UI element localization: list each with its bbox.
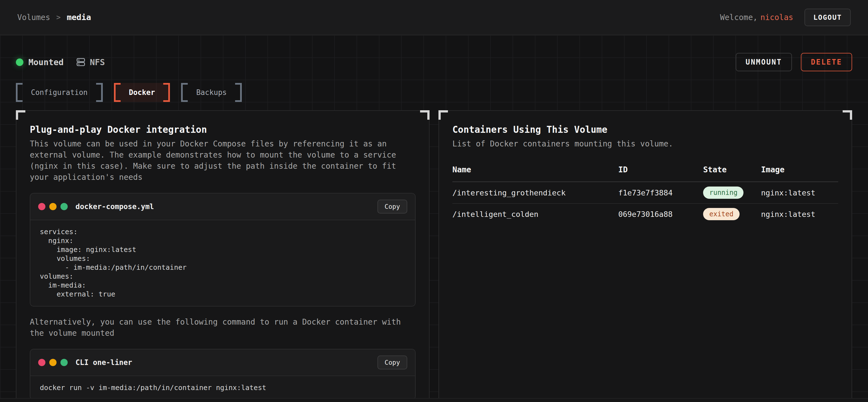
container-image: nginx:latest [761,189,838,197]
logout-button[interactable]: LOGOUT [805,9,851,26]
containers-table: Name ID State Image /interesting_grothen… [453,165,838,224]
compose-code: services: nginx: image: nginx:latest vol… [30,220,415,306]
cli-copy-button[interactable]: Copy [377,356,407,369]
column-id: ID [618,165,703,174]
nfs-label: NFS [90,57,105,67]
container-image: nginx:latest [761,210,838,219]
compose-code-block: docker-compose.yml Copy services: nginx:… [30,193,415,306]
username: nicolas [761,13,793,22]
tab-docker-label: Docker [121,83,163,102]
tab-configuration[interactable]: Configuration [16,83,103,102]
corner-decoration [438,110,448,120]
unmount-button[interactable]: UNMOUNT [736,53,792,71]
corner-decoration [16,110,25,120]
main-content: Mounted NFS UNMOUNT DELETE Configura [0,35,868,402]
breadcrumb-current: media [67,12,91,22]
column-state: State [703,165,761,174]
table-row: /intelligent_colden 069e73016a88 exited … [453,203,838,224]
cli-filename: CLI one-liner [75,358,132,367]
traffic-amber-icon [49,203,57,210]
top-bar-right: Welcome,nicolas LOGOUT [720,9,851,26]
docker-panel-description: This volume can be used in your Docker C… [30,138,415,183]
column-name: Name [453,165,618,174]
status-row: Mounted NFS UNMOUNT DELETE [16,35,852,71]
compose-copy-button[interactable]: Copy [377,200,407,213]
table-row: /interesting_grothendieck f1e73e7f3884 r… [453,182,838,203]
corner-decoration [420,110,430,120]
tab-backups-label: Backups [188,83,235,102]
mounted-label: Mounted [28,57,63,67]
volume-detail-page: Volumes > media Welcome,nicolas LOGOUT M… [0,0,868,402]
server-icon [76,57,86,67]
tab-configuration-label: Configuration [23,83,96,102]
container-id: 069e73016a88 [618,210,703,219]
status-badge: exited [703,208,740,220]
tab-bar: Configuration Docker Backups [16,83,852,102]
container-name: /interesting_grothendieck [453,189,618,197]
mounted-status-dot [16,59,23,66]
welcome-prefix: Welcome, [720,13,758,22]
cli-code: docker run -v im-media:/path/in/containe… [30,376,415,400]
traffic-amber-icon [49,359,57,366]
docker-panel-title: Plug-and-play Docker integration [30,124,415,135]
breadcrumb-volumes-link[interactable]: Volumes [17,13,50,22]
breadcrumb: Volumes > media [17,12,91,22]
breadcrumb-separator-icon: > [56,13,61,22]
top-bar: Volumes > media Welcome,nicolas LOGOUT [0,0,868,35]
status-badge: running [703,187,743,199]
container-id: f1e73e7f3884 [618,189,703,197]
containers-table-header: Name ID State Image [453,165,838,182]
delete-button[interactable]: DELETE [801,53,852,71]
containers-panel-title: Containers Using This Volume [453,124,838,135]
compose-filename: docker-compose.yml [75,202,154,211]
tab-backups[interactable]: Backups [181,83,242,102]
traffic-green-icon [60,359,68,366]
container-name: /intelligent_colden [453,210,618,219]
cli-code-block-header: CLI one-liner Copy [30,349,415,376]
corner-decoration [843,110,852,120]
welcome-text: Welcome,nicolas [720,13,793,22]
containers-panel: Containers Using This Volume List of Doc… [438,110,852,402]
traffic-light-icons [38,203,68,210]
traffic-light-icons [38,359,68,366]
traffic-red-icon [38,359,45,366]
column-image: Image [761,165,838,174]
traffic-red-icon [38,203,45,210]
traffic-green-icon [60,203,68,210]
cli-intro-text: Alternatively, you can use the following… [30,316,415,339]
panels-row: Plug-and-play Docker integration This vo… [16,110,852,402]
bottom-section-edge [0,398,868,402]
tab-docker[interactable]: Docker [114,83,170,102]
nfs-type: NFS [76,57,105,67]
docker-integration-panel: Plug-and-play Docker integration This vo… [16,110,430,402]
containers-panel-subtitle: List of Docker containers mounting this … [453,138,838,149]
compose-code-block-header: docker-compose.yml Copy [30,194,415,220]
cli-code-block: CLI one-liner Copy docker run -v im-medi… [30,349,415,400]
